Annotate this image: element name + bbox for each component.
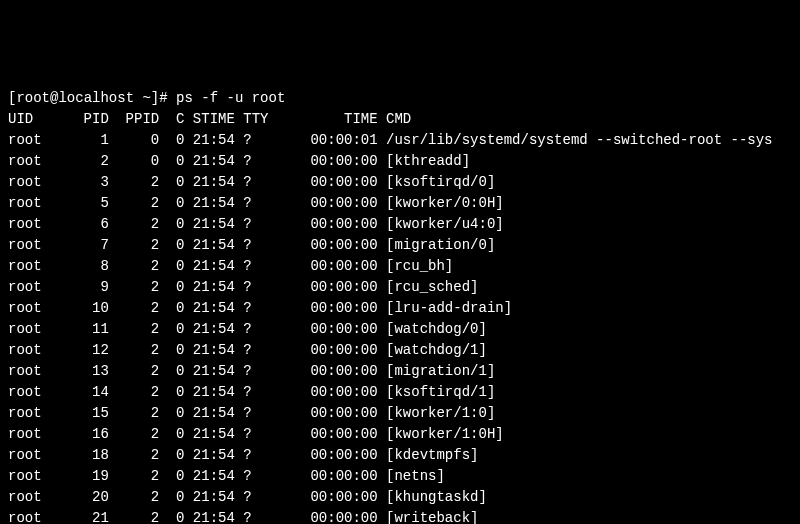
shell-prompt-line: [root@localhost ~]# ps -f -u root bbox=[8, 90, 285, 106]
prompt-close-bracket: ] bbox=[151, 90, 159, 106]
process-row: root 19 2 0 21:54 ? 00:00:00 [netns] bbox=[8, 468, 445, 484]
process-row: root 12 2 0 21:54 ? 00:00:00 [watchdog/1… bbox=[8, 342, 487, 358]
prompt-host: localhost bbox=[58, 90, 134, 106]
prompt-dir: ~ bbox=[142, 90, 150, 106]
process-row: root 7 2 0 21:54 ? 00:00:00 [migration/0… bbox=[8, 237, 495, 253]
command-text: ps -f -u root bbox=[176, 90, 285, 106]
process-row: root 8 2 0 21:54 ? 00:00:00 [rcu_bh] bbox=[8, 258, 453, 274]
process-row: root 1 0 0 21:54 ? 00:00:01 /usr/lib/sys… bbox=[8, 132, 773, 148]
process-row: root 14 2 0 21:54 ? 00:00:00 [ksoftirqd/… bbox=[8, 384, 495, 400]
process-list: root 1 0 0 21:54 ? 00:00:01 /usr/lib/sys… bbox=[8, 130, 792, 524]
process-row: root 15 2 0 21:54 ? 00:00:00 [kworker/1:… bbox=[8, 405, 495, 421]
process-row: root 11 2 0 21:54 ? 00:00:00 [watchdog/0… bbox=[8, 321, 487, 337]
process-row: root 16 2 0 21:54 ? 00:00:00 [kworker/1:… bbox=[8, 426, 504, 442]
ps-header-row: UID PID PPID C STIME TTY TIME CMD bbox=[8, 111, 411, 127]
process-row: root 20 2 0 21:54 ? 00:00:00 [khungtaskd… bbox=[8, 489, 487, 505]
prompt-symbol: # bbox=[159, 90, 167, 106]
process-row: root 3 2 0 21:54 ? 00:00:00 [ksoftirqd/0… bbox=[8, 174, 495, 190]
process-row: root 10 2 0 21:54 ? 00:00:00 [lru-add-dr… bbox=[8, 300, 512, 316]
process-row: root 5 2 0 21:54 ? 00:00:00 [kworker/0:0… bbox=[8, 195, 504, 211]
prompt-user: root bbox=[16, 90, 50, 106]
process-row: root 18 2 0 21:54 ? 00:00:00 [kdevtmpfs] bbox=[8, 447, 478, 463]
process-row: root 6 2 0 21:54 ? 00:00:00 [kworker/u4:… bbox=[8, 216, 504, 232]
terminal-output[interactable]: [root@localhost ~]# ps -f -u root UID PI… bbox=[8, 88, 792, 524]
process-row: root 9 2 0 21:54 ? 00:00:00 [rcu_sched] bbox=[8, 279, 478, 295]
process-row: root 2 0 0 21:54 ? 00:00:00 [kthreadd] bbox=[8, 153, 470, 169]
process-row: root 13 2 0 21:54 ? 00:00:00 [migration/… bbox=[8, 363, 495, 379]
process-row: root 21 2 0 21:54 ? 00:00:00 [writeback] bbox=[8, 510, 478, 524]
